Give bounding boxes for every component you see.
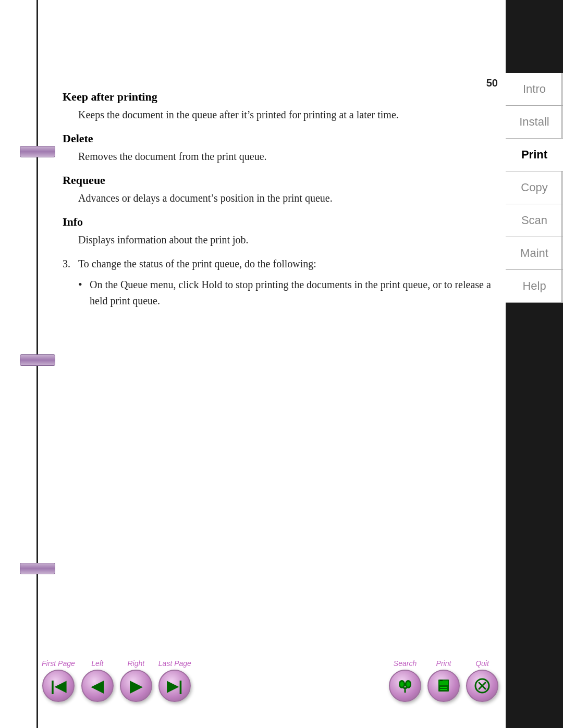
sidebar-top-black: [506, 0, 563, 73]
sidebar-tab-maint[interactable]: Maint: [506, 237, 563, 270]
svg-rect-11: [440, 689, 447, 690]
bullet-item-queue: • On the Queue menu, click Hold to stop …: [78, 277, 498, 309]
nav-group-right-btn: Right ▶: [120, 659, 152, 702]
first-icon: |◀: [51, 677, 66, 695]
left-icon: ◀: [91, 677, 103, 695]
numbered-item-text: To change the status of the print queue,…: [78, 256, 316, 272]
body-delete: Removes the document from the print queu…: [78, 149, 498, 164]
sidebar-tab-scan[interactable]: Scan: [506, 204, 563, 237]
sidebar-tab-install[interactable]: Install: [506, 106, 563, 139]
nav-group-last: Last Page ▶|: [158, 659, 191, 702]
nav-group-first: First Page |◀: [42, 659, 75, 702]
sidebar-tab-help[interactable]: Help: [506, 270, 563, 303]
svg-rect-12: [440, 680, 443, 681]
svg-rect-2: [403, 683, 407, 686]
search-button[interactable]: [389, 670, 421, 702]
body-info: Displays information about the print job…: [78, 232, 498, 248]
main-content: Keep after printing Keeps the document i…: [63, 81, 498, 624]
sidebar-bottom-black: [506, 303, 563, 728]
quit-button[interactable]: [466, 670, 498, 702]
right-button[interactable]: ▶: [120, 670, 152, 702]
body-keep-after-printing: Keeps the document in the queue after it…: [78, 107, 498, 122]
heading-keep-after-printing: Keep after printing: [63, 90, 498, 104]
bullet-symbol: •: [78, 277, 90, 293]
last-icon: ▶|: [167, 677, 182, 695]
print-button[interactable]: [427, 670, 460, 702]
numbered-item-num: 3.: [63, 256, 78, 272]
numbered-item-3: 3. To change the status of the print que…: [63, 256, 498, 272]
heading-requeue: Requeue: [63, 174, 498, 187]
body-requeue: Advances or delays a document’s position…: [78, 190, 498, 206]
quit-icon: [473, 677, 491, 695]
last-page-button[interactable]: ▶|: [158, 670, 191, 702]
right-icon: ▶: [130, 677, 142, 695]
heading-info: Info: [63, 215, 498, 229]
nav-group-quit: Quit: [466, 659, 498, 702]
binding-clip-top: [20, 146, 55, 157]
svg-rect-9: [438, 685, 449, 692]
heading-delete: Delete: [63, 132, 498, 145]
bullet-item-text: On the Queue menu, click Hold to stop pr…: [90, 277, 498, 309]
nav-bar: First Page |◀ Left ◀ Right ▶ Last Page ▶…: [42, 659, 500, 702]
first-page-button[interactable]: |◀: [42, 670, 75, 702]
binding-clip-bottom: [20, 563, 55, 574]
nav-label-first: First Page: [42, 659, 75, 668]
nav-group-left: Left ◀: [81, 659, 114, 702]
search-icon: [396, 677, 414, 695]
nav-label-search: Search: [394, 659, 417, 668]
left-button[interactable]: ◀: [81, 670, 114, 702]
nav-group-search: Search: [389, 659, 421, 702]
sidebar-tab-copy[interactable]: Copy: [506, 171, 563, 204]
svg-point-4: [400, 682, 404, 687]
svg-rect-8: [439, 681, 448, 685]
sidebar-tab-print[interactable]: Print: [506, 139, 563, 171]
svg-point-5: [407, 682, 410, 687]
nav-label-last: Last Page: [158, 659, 191, 668]
sidebar-tab-intro[interactable]: Intro: [506, 73, 563, 106]
nav-label-quit: Quit: [475, 659, 489, 668]
nav-label-left: Left: [91, 659, 103, 668]
print-icon: [435, 677, 452, 695]
nav-group-print-btn: Print: [427, 659, 460, 702]
sidebar: Intro Install Print Copy Scan Maint Help: [506, 0, 563, 728]
binding-clip-middle: [20, 354, 55, 366]
nav-label-right: Right: [127, 659, 144, 668]
nav-label-print: Print: [436, 659, 451, 668]
svg-rect-10: [440, 687, 447, 688]
